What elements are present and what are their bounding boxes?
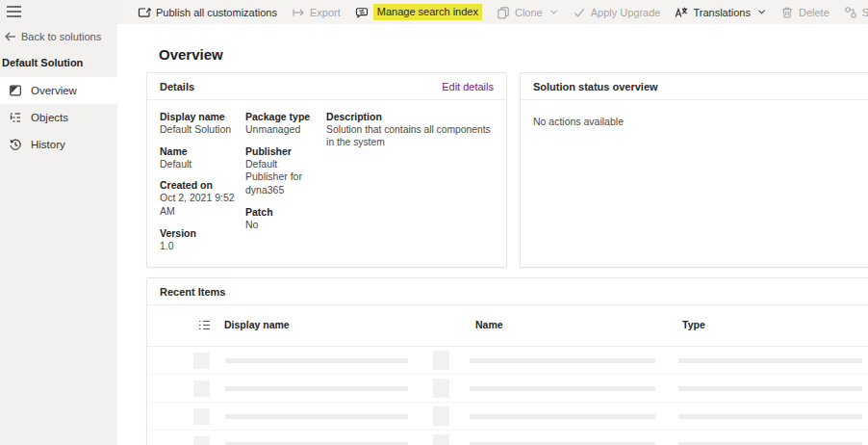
field-label: Description [326, 111, 496, 122]
field-label: Package type [245, 111, 320, 122]
checkmark-icon [573, 6, 586, 19]
skeleton-bar [678, 414, 862, 419]
sidebar: Back to solutions Default Solution Overv… [0, 0, 117, 445]
sidebar-item-label: Objects [31, 112, 68, 123]
field-label: Publisher [245, 145, 320, 157]
skeleton-bar [470, 386, 655, 391]
skeleton-bar [470, 414, 655, 419]
field-value: Default [160, 158, 240, 171]
clone-icon [497, 6, 510, 19]
sidebar-item-label: History [31, 139, 65, 150]
edit-details-link[interactable]: Edit details [442, 81, 494, 92]
loading-table-row [147, 431, 868, 445]
skeleton-icon [433, 434, 449, 445]
list-layout-icon[interactable] [198, 319, 211, 331]
solution-title: Default Solution [2, 57, 83, 68]
overview-icon [9, 84, 22, 97]
delete-button[interactable]: Delete [780, 6, 830, 19]
skeleton-icon [433, 351, 449, 370]
objects-icon [9, 111, 22, 124]
command-label: Translations [693, 7, 751, 18]
sidebar-item-label: Overview [31, 85, 77, 96]
translate-icon [675, 6, 688, 19]
export-icon [292, 6, 305, 19]
loading-table-row [147, 347, 868, 375]
skeleton-checkbox [193, 436, 210, 445]
field-value: Solution that contains all components in… [326, 123, 496, 149]
field-value: Unmanaged [245, 123, 320, 137]
field-label: Patch [245, 206, 320, 218]
publish-icon [138, 6, 151, 19]
command-label: Show dependencies [862, 7, 868, 18]
skeleton-icon [433, 379, 449, 398]
solution-status-card: Solution status overview No actions avai… [520, 72, 868, 268]
field-value: 1.0 [160, 240, 240, 253]
trash-icon [780, 6, 794, 19]
recent-items-card: Recent Items Display name Name Type [146, 277, 868, 445]
skeleton-bar [225, 358, 408, 363]
skeleton-checkbox [193, 408, 210, 425]
skeleton-checkbox [193, 380, 210, 397]
status-empty-text: No actions available [521, 100, 868, 143]
skeleton-bar [225, 386, 408, 391]
recent-items-table-header: Display name Name Type [147, 305, 868, 347]
manage-search-index-button[interactable]: Manage search index [355, 4, 482, 20]
sidebar-nav: Overview Objects History [0, 77, 117, 158]
skeleton-bar [225, 414, 408, 419]
sidebar-item-objects[interactable]: Objects [0, 104, 117, 131]
field-label: Created on [160, 179, 240, 191]
details-column: DescriptionSolution that contains all co… [326, 111, 496, 261]
details-card: Details Edit details Display nameDefault… [146, 72, 507, 268]
solution-overview-page: { "colors": { "accent": "#742774", "high… [0, 0, 868, 445]
apply-upgrade-button[interactable]: Apply Upgrade [573, 6, 661, 19]
translations-button[interactable]: Translations [675, 6, 766, 19]
status-card-title: Solution status overview [533, 81, 658, 92]
skeleton-checkbox [193, 353, 210, 369]
manage-search-index-icon [355, 6, 369, 19]
details-card-title: Details [160, 81, 194, 92]
field-label: Name [160, 145, 240, 157]
main-content: Overview Details Edit details Display na… [117, 24, 868, 445]
loading-table-row [147, 403, 868, 431]
command-label: Publish all customizations [156, 7, 277, 18]
command-label: Apply Upgrade [591, 7, 661, 18]
skeleton-bar [678, 386, 862, 391]
field-value: Default Publisher for dyna365 [245, 158, 320, 197]
show-dependencies-button[interactable]: Show dependencies [844, 6, 868, 19]
dependencies-icon [844, 6, 857, 19]
command-label: Clone [515, 7, 543, 18]
skeleton-icon [433, 406, 449, 426]
clone-button[interactable]: Clone [497, 6, 558, 19]
command-label: Delete [799, 7, 830, 18]
skeleton-bar [678, 358, 862, 363]
field-label: Display name [160, 111, 240, 122]
page-title: Overview [159, 46, 223, 63]
column-header-name[interactable]: Name [475, 319, 503, 330]
command-label: Export [310, 7, 341, 18]
recent-items-title: Recent Items [160, 286, 225, 298]
column-header-display-name[interactable]: Display name [224, 319, 290, 330]
skeleton-bar [470, 358, 655, 363]
field-value: No [245, 219, 320, 232]
back-to-solutions-link[interactable]: Back to solutions [5, 31, 101, 42]
column-header-type[interactable]: Type [682, 319, 705, 330]
loading-table-row [147, 375, 868, 403]
hamburger-menu-icon[interactable] [7, 5, 22, 18]
back-arrow-icon [5, 32, 16, 41]
command-label: Manage search index [373, 4, 482, 20]
sidebar-item-overview[interactable]: Overview [0, 77, 117, 104]
chevron-down-icon [757, 9, 766, 15]
field-label: Version [160, 227, 240, 239]
details-column: Display nameDefault Solution NameDefault… [160, 111, 240, 261]
history-icon [9, 138, 22, 151]
field-value: Oct 2, 2021 9:52 AM [160, 192, 240, 218]
command-bar: Publish all customizations Export Manage… [117, 0, 868, 24]
details-column: Package typeUnmanaged PublisherDefault P… [245, 111, 320, 261]
publish-all-customizations-button[interactable]: Publish all customizations [138, 6, 277, 19]
export-button[interactable]: Export [292, 6, 341, 19]
back-to-solutions-label: Back to solutions [21, 31, 101, 42]
field-value: Default Solution [160, 123, 240, 137]
chevron-down-icon [549, 9, 558, 15]
sidebar-item-history[interactable]: History [0, 131, 117, 158]
